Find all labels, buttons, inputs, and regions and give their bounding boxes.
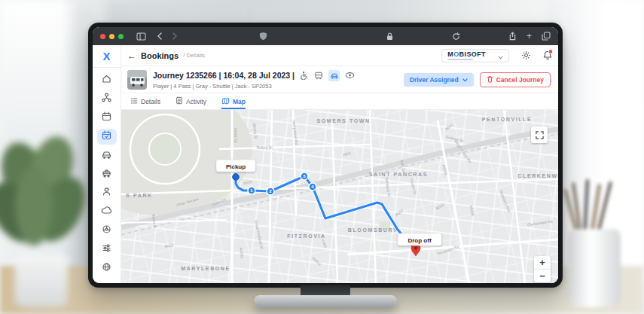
trash-icon: [487, 75, 493, 84]
person-icon: [101, 186, 112, 200]
journey-title: Journey 1235266 | 16:04, 28 Jul 2023 |: [153, 71, 295, 80]
plant-pot: [15, 255, 68, 307]
divider: [93, 67, 121, 68]
map-canvas[interactable]: Robert StOuter CirAlbany StHampstead RdA…: [121, 110, 558, 283]
settings-gear-icon[interactable]: [521, 50, 531, 60]
district-label: S PARK: [126, 193, 153, 198]
eye-icon[interactable]: [345, 72, 355, 79]
shuttle-icon: [101, 167, 112, 181]
share-icon[interactable]: [508, 32, 517, 41]
sidebar-item-home[interactable]: [97, 72, 117, 88]
district-label: SAINT PANCRAS: [369, 172, 428, 177]
new-tab-icon[interactable]: +: [526, 32, 532, 41]
shuttle-front-icon[interactable]: [314, 71, 323, 80]
forward-nav-icon[interactable]: [172, 32, 178, 40]
org-logo: MOBISOFT: [447, 51, 486, 60]
org-selector[interactable]: MOBISOFT: [441, 49, 509, 62]
monitor: + X: [88, 23, 563, 288]
back-nav-icon[interactable]: [157, 32, 163, 40]
zoom-controls: + −: [534, 256, 551, 282]
sidebar-item-calendar[interactable]: [97, 110, 117, 126]
cancel-journey-button[interactable]: Cancel Journey: [480, 72, 551, 87]
breadcrumb: / Details: [183, 52, 205, 59]
sidebar-item-globe[interactable]: [97, 261, 117, 276]
monitor-stand-base: [254, 295, 397, 307]
org-tagline: [447, 59, 473, 60]
car-icon: [101, 148, 112, 163]
sidebar-rail: X: [93, 45, 121, 283]
sidebar-item-dispatch[interactable]: [97, 91, 117, 107]
sidebar-item-settings[interactable]: [97, 242, 117, 258]
district-label: CLERKENWELL: [517, 173, 558, 178]
sidebar-toggle-icon[interactable]: [136, 32, 146, 41]
steering-wheel-icon: [101, 224, 112, 238]
district-label: SOMERS TOWN: [316, 118, 370, 123]
tab-activity[interactable]: Activity: [175, 93, 206, 109]
dispatch-network-icon: [101, 92, 112, 106]
district-label: FITZROVIA: [287, 233, 325, 239]
app-header: ← Bookings / Details MOBISOFT: [121, 45, 558, 66]
bookings-calendar-icon: [101, 130, 112, 144]
app-logo[interactable]: X: [102, 48, 110, 65]
street-label: Outer Cir: [233, 128, 238, 144]
chevron-down-icon: [498, 49, 503, 62]
minimize-window-button[interactable]: [109, 34, 114, 39]
waypoint-marker[interactable]: 3: [301, 172, 308, 180]
pencil-cup: [563, 179, 628, 309]
globe-icon: [101, 261, 112, 276]
calendar-icon: [101, 111, 112, 125]
browser-toolbar: +: [93, 27, 558, 45]
sliders-icon: [101, 242, 112, 257]
screen: + X: [93, 27, 558, 283]
car-icon-active[interactable]: [328, 70, 340, 81]
svg-text:Pickup: Pickup: [226, 163, 246, 170]
vehicle-thumbnail[interactable]: [127, 70, 147, 90]
street-label: Robert St: [256, 145, 273, 150]
back-arrow-icon[interactable]: ←: [127, 51, 136, 60]
tab-map[interactable]: Map: [221, 93, 246, 109]
shield-icon[interactable]: [259, 32, 267, 41]
tab-details[interactable]: Details: [130, 93, 160, 109]
journey-header: Journey 1235266 | 16:04, 28 Jul 2023 | P…: [121, 66, 558, 93]
refresh-icon[interactable]: [452, 32, 460, 41]
district-label: PENTONVILLE: [482, 117, 532, 122]
plant: [0, 136, 94, 309]
page-title: Bookings: [141, 51, 179, 60]
sidebar-item-drivers[interactable]: [97, 185, 117, 201]
waypoint-marker[interactable]: 4: [309, 183, 316, 191]
maximize-window-button[interactable]: [118, 34, 124, 39]
sidebar-item-vehicles[interactable]: [97, 148, 117, 163]
scene: + X: [0, 0, 644, 314]
chevron-down-icon: [462, 76, 468, 84]
home-icon: [101, 73, 112, 87]
waypoint-marker[interactable]: 1: [248, 187, 255, 194]
cloud-icon: [101, 205, 112, 219]
driver-assigned-dropdown[interactable]: Driver Assigned: [404, 73, 474, 87]
journey-meta: Player | 4 Pass | Gray - Shuttle | Jack …: [153, 83, 355, 90]
sidebar-item-wheel[interactable]: [97, 223, 117, 239]
notification-badge: [548, 49, 554, 54]
sidebar-item-bookings[interactable]: [97, 129, 117, 145]
wheelchair-icon[interactable]: [300, 71, 309, 80]
notifications-bell-icon[interactable]: [543, 50, 552, 60]
district-label: MARYLEBONE: [181, 266, 230, 271]
map-icon: [221, 97, 230, 106]
tabs-overview-icon[interactable]: [542, 32, 551, 41]
tab-bar: Details Activity Map: [121, 93, 558, 110]
district-label: BLOOMSBURY: [348, 227, 398, 233]
zoom-in-button[interactable]: +: [534, 256, 551, 269]
sidebar-item-rides[interactable]: [97, 204, 117, 220]
fullscreen-button[interactable]: [531, 127, 548, 143]
lock-icon: [386, 32, 393, 41]
sidebar-item-shuttles[interactable]: [97, 166, 117, 182]
activity-doc-icon: [175, 96, 183, 106]
waypoint-marker[interactable]: 2: [267, 187, 274, 195]
zoom-out-button[interactable]: −: [534, 270, 551, 282]
details-list-icon: [130, 97, 138, 106]
svg-text:Drop off: Drop off: [407, 237, 431, 244]
close-window-button[interactable]: [100, 34, 105, 39]
